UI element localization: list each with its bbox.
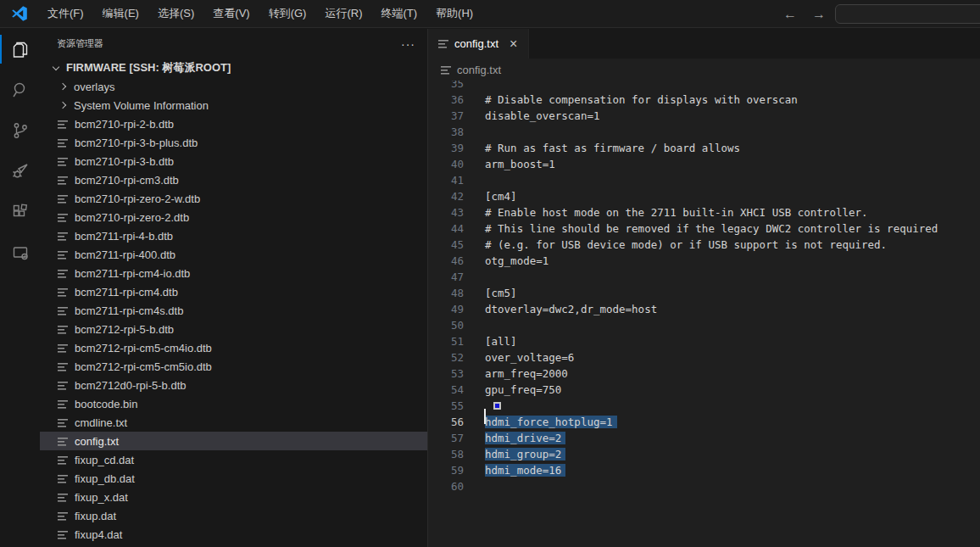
file-item[interactable]: fixup_x.dat xyxy=(40,488,427,506)
file-item[interactable]: fixup4.dat xyxy=(40,525,427,544)
code-line[interactable]: 55 xyxy=(428,398,980,414)
code-line[interactable]: 40 arm_boost=1 xyxy=(428,156,980,172)
code-line[interactable]: 53 arm_freq=2000 xyxy=(428,366,980,382)
code-line[interactable]: 59 hdmi_mode=16 xyxy=(428,462,980,478)
file-item[interactable]: bcm2711-rpi-cm4-io.dtb xyxy=(40,264,427,282)
explorer-icon[interactable] xyxy=(0,29,40,70)
forward-arrow-icon[interactable]: → xyxy=(810,7,827,22)
tab-config-txt[interactable]: config.txt × xyxy=(428,29,529,59)
code-line[interactable]: 42 [cm4] xyxy=(428,188,980,204)
menu-item[interactable]: 文件(F) xyxy=(38,0,93,27)
file-item[interactable]: fixup_db.dat xyxy=(40,469,427,488)
file-item[interactable]: bcm2712d0-rpi-5-b.dtb xyxy=(40,376,427,394)
file-item[interactable]: bcm2710-rpi-zero-2-w.dtb xyxy=(40,189,427,208)
code-line[interactable]: 41 xyxy=(428,172,980,188)
file-icon xyxy=(58,306,68,315)
code-lines: 35 36 # Disable compensation for display… xyxy=(428,81,980,494)
code-line[interactable]: 50 xyxy=(428,317,980,333)
menu-item[interactable]: 选择(S) xyxy=(148,0,203,27)
file-item[interactable]: bcm2712-rpi-cm5-cm5io.dtb xyxy=(40,357,427,376)
code-line[interactable]: 60 xyxy=(428,478,980,494)
code-line[interactable]: 44 # This line should be removed if the … xyxy=(428,220,980,237)
code-line[interactable]: 51 [all] xyxy=(428,333,980,349)
run-and-debug-icon[interactable] xyxy=(0,151,40,192)
code-line[interactable]: 46 otg_mode=1 xyxy=(428,253,980,269)
file-label: bcm2711-rpi-cm4.dtb xyxy=(75,286,178,299)
code-editor[interactable]: 35 36 # Disable compensation for display… xyxy=(428,81,980,547)
code-line[interactable]: 39 # Run as fast as firmware / board all… xyxy=(428,140,980,156)
file-label: bcm2710-rpi-3-b.dtb xyxy=(75,155,174,168)
code-line[interactable]: 35 xyxy=(428,81,980,92)
code-line[interactable]: 38 xyxy=(428,124,980,140)
code-text: # (e.g. for USB device mode) or if USB s… xyxy=(485,238,887,251)
root-label: FIRMWARE [SSH: 树莓派ROOT] xyxy=(66,60,231,75)
code-line[interactable]: 43 # Enable host mode on the 2711 built-… xyxy=(428,204,980,220)
file-item[interactable]: bcm2712-rpi-cm5-cm4io.dtb xyxy=(40,338,427,357)
line-number: 44 xyxy=(428,222,464,235)
search-icon[interactable] xyxy=(0,70,40,110)
code-line[interactable]: 52 over_voltage=6 xyxy=(428,349,980,366)
code-line[interactable]: 57 hdmi_drive=2 xyxy=(428,430,980,446)
file-icon xyxy=(58,418,68,427)
code-line[interactable]: 47 xyxy=(428,269,980,285)
line-number: 48 xyxy=(428,287,464,299)
close-icon[interactable]: × xyxy=(507,36,520,52)
menu-item[interactable]: 编辑(E) xyxy=(93,0,148,27)
menu-item[interactable]: 运行(R) xyxy=(315,0,371,27)
file-icon xyxy=(58,343,68,353)
menu-item[interactable]: 查看(V) xyxy=(203,0,259,27)
file-icon xyxy=(58,399,68,409)
more-actions-icon[interactable]: ··· xyxy=(401,37,415,51)
menu-item[interactable]: 帮助(H) xyxy=(426,0,482,27)
file-item[interactable]: bootcode.bin xyxy=(40,394,427,413)
extensions-icon[interactable] xyxy=(0,192,40,232)
file-label: bcm2712-rpi-cm5-cm4io.dtb xyxy=(75,342,212,354)
code-line[interactable]: 37 disable_overscan=1 xyxy=(428,108,980,124)
folder-item[interactable]: overlays xyxy=(40,77,427,96)
source-control-icon[interactable] xyxy=(0,110,40,151)
file-item[interactable]: bcm2711-rpi-4-b.dtb xyxy=(40,226,427,245)
file-item[interactable]: bcm2711-rpi-400.dtb xyxy=(40,245,427,264)
code-line[interactable]: 49 dtoverlay=dwc2,dr_mode=host xyxy=(428,301,980,317)
file-item[interactable]: bcm2710-rpi-3-b.dtb xyxy=(40,152,427,170)
folder-label: overlays xyxy=(74,81,114,93)
tree-root-firmware[interactable]: FIRMWARE [SSH: 树莓派ROOT] xyxy=(40,59,427,77)
code-line[interactable]: 56 hdmi_force_hotplug=1 xyxy=(428,414,980,430)
activity-bar xyxy=(0,29,40,547)
menu-item[interactable]: 转到(G) xyxy=(259,0,316,27)
code-text: hdmi_drive=2 xyxy=(485,432,565,444)
file-label: bcm2712-rpi-5-b.dtb xyxy=(75,323,174,336)
file-item[interactable]: bcm2712-rpi-5-b.dtb xyxy=(40,320,427,338)
file-icon xyxy=(441,65,451,75)
file-item[interactable]: fixup.dat xyxy=(40,506,427,525)
file-item[interactable]: cmdline.txt xyxy=(40,413,427,432)
file-item[interactable]: bcm2711-rpi-cm4s.dtb xyxy=(40,301,427,320)
invisible-character-box xyxy=(493,402,501,410)
file-item[interactable]: fixup_cd.dat xyxy=(40,450,427,469)
file-item[interactable]: config.txt xyxy=(40,432,427,450)
code-line[interactable]: 45 # (e.g. for USB device mode) or if US… xyxy=(428,237,980,253)
code-line[interactable]: 54 gpu_freq=750 xyxy=(428,382,980,398)
folder-item[interactable]: System Volume Information xyxy=(40,96,427,114)
breadcrumb[interactable]: config.txt xyxy=(428,59,980,81)
file-item[interactable]: bcm2710-rpi-zero-2.dtb xyxy=(40,208,427,226)
file-item[interactable]: bcm2710-rpi-2-b.dtb xyxy=(40,114,427,133)
code-line[interactable]: 58 hdmi_group=2 xyxy=(428,446,980,462)
file-item[interactable]: bcm2710-rpi-cm3.dtb xyxy=(40,170,427,189)
file-list: bcm2710-rpi-2-b.dtb bcm2710-rpi-3-b-plus… xyxy=(40,114,427,544)
file-label: bcm2710-rpi-zero-2.dtb xyxy=(75,211,189,224)
remote-explorer-icon[interactable] xyxy=(0,232,40,273)
tab-bar: config.txt × xyxy=(428,29,980,59)
file-icon xyxy=(58,325,68,334)
file-item[interactable]: bcm2711-rpi-cm4.dtb xyxy=(40,282,427,301)
menu-item[interactable]: 终端(T) xyxy=(371,0,426,27)
code-line[interactable]: 36 # Disable compensation for displays w… xyxy=(428,92,980,108)
command-center-search-box[interactable] xyxy=(835,4,980,24)
code-line[interactable]: 48 [cm5] xyxy=(428,285,980,301)
file-icon xyxy=(58,194,68,204)
file-item[interactable]: bcm2710-rpi-3-b-plus.dtb xyxy=(40,133,427,152)
file-label: bcm2711-rpi-cm4-io.dtb xyxy=(75,267,190,280)
code-text: # Run as fast as firmware / board allows xyxy=(485,142,740,154)
back-arrow-icon[interactable]: ← xyxy=(782,7,799,22)
code-text: [all] xyxy=(485,335,517,348)
